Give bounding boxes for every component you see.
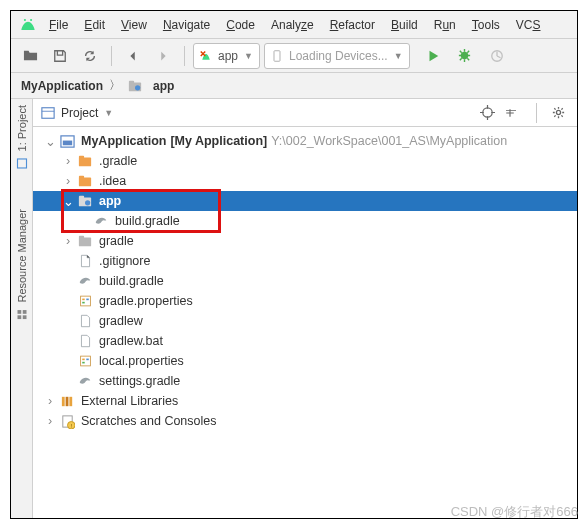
tree-row-build-gradle[interactable]: build.gradle: [33, 271, 577, 291]
sync-button[interactable]: [77, 43, 103, 69]
breadcrumb-current[interactable]: app: [153, 79, 174, 93]
menu-analyze[interactable]: Analyze: [265, 16, 320, 34]
svg-rect-25: [80, 296, 90, 306]
svg-rect-8: [17, 316, 21, 320]
tree-row-gradle-dir2[interactable]: › gradle: [33, 231, 577, 251]
properties-file-icon: [77, 293, 93, 309]
menu-view[interactable]: View: [115, 16, 153, 34]
tree-row-local-properties[interactable]: local.properties: [33, 351, 577, 371]
chevron-down-icon: ▼: [104, 108, 113, 118]
svg-rect-11: [42, 107, 54, 118]
collapse-all-icon[interactable]: —: [504, 102, 526, 124]
run-button[interactable]: [420, 43, 446, 69]
svg-rect-26: [82, 299, 84, 301]
svg-point-5: [135, 85, 140, 90]
device-label: Loading Devices...: [289, 49, 388, 63]
tree-row-gitignore[interactable]: .gitignore: [33, 251, 577, 271]
breadcrumb: MyApplication 〉 app: [11, 73, 577, 99]
run-config-dropdown[interactable]: app ▼: [193, 43, 260, 69]
svg-rect-31: [82, 362, 84, 364]
chevron-down-icon[interactable]: ⌄: [43, 134, 57, 149]
chevron-right-icon[interactable]: ›: [61, 234, 75, 248]
svg-rect-6: [17, 159, 26, 168]
tree-row-scratches[interactable]: › ! Scratches and Consoles: [33, 411, 577, 431]
chevron-right-icon[interactable]: ›: [43, 394, 57, 408]
svg-point-13: [556, 110, 560, 114]
forward-button[interactable]: [150, 43, 176, 69]
gear-icon[interactable]: [547, 102, 569, 124]
tree-row-root[interactable]: ⌄ MyApplication [My Application] Y:\002_…: [33, 131, 577, 151]
debug-button[interactable]: [452, 43, 478, 69]
menu-build[interactable]: Build: [385, 16, 424, 34]
module-folder-icon: [77, 193, 93, 209]
svg-rect-16: [79, 158, 91, 167]
menu-vcs[interactable]: VCS: [510, 16, 547, 34]
menu-refactor[interactable]: Refactor: [324, 16, 381, 34]
tree-row-external-libs[interactable]: › External Libraries: [33, 391, 577, 411]
menu-run[interactable]: Run: [428, 16, 462, 34]
svg-point-12: [482, 108, 491, 117]
profile-button[interactable]: [484, 43, 510, 69]
project-view-icon: [41, 106, 55, 120]
sidebar-project-tab[interactable]: 1: Project: [16, 105, 28, 169]
svg-rect-30: [82, 359, 84, 361]
breadcrumb-root[interactable]: MyApplication: [21, 79, 103, 93]
svg-rect-0: [274, 50, 280, 61]
project-icon: [16, 157, 28, 169]
tree-row-gradlew-bat[interactable]: gradlew.bat: [33, 331, 577, 351]
svg-rect-32: [86, 359, 88, 361]
main-toolbar: app ▼ Loading Devices... ▼: [11, 39, 577, 73]
properties-file-icon: [77, 353, 93, 369]
tree-root-name: MyApplication: [81, 134, 166, 148]
tree-row-settings-gradle[interactable]: settings.gradle: [33, 371, 577, 391]
svg-rect-29: [80, 356, 90, 366]
open-button[interactable]: [17, 43, 43, 69]
chevron-right-icon[interactable]: ›: [43, 414, 57, 428]
save-all-button[interactable]: [47, 43, 73, 69]
svg-rect-15: [62, 140, 71, 145]
tree-row-app-build-gradle[interactable]: build.gradle: [33, 211, 577, 231]
svg-rect-33: [61, 396, 64, 405]
project-panel-header: Project ▼ —: [33, 99, 577, 127]
resource-icon: [16, 309, 28, 321]
svg-rect-18: [79, 178, 91, 187]
chevron-right-icon[interactable]: ›: [61, 174, 75, 188]
folder-icon: [77, 173, 93, 189]
menu-file[interactable]: File: [43, 16, 74, 34]
toolbar-divider: [111, 46, 112, 66]
device-dropdown[interactable]: Loading Devices... ▼: [264, 43, 410, 69]
menu-code[interactable]: Code: [220, 16, 261, 34]
chevron-down-icon[interactable]: ⌄: [61, 194, 75, 209]
chevron-right-icon[interactable]: ›: [61, 154, 75, 168]
svg-rect-10: [17, 311, 21, 315]
svg-rect-7: [22, 316, 26, 320]
file-icon: [77, 333, 93, 349]
project-tree[interactable]: ⌄ MyApplication [My Application] Y:\002_…: [33, 127, 577, 518]
sidebar-resource-manager-tab[interactable]: Resource Manager: [16, 209, 28, 321]
svg-point-22: [85, 200, 90, 205]
tree-row-gradlew[interactable]: gradlew: [33, 311, 577, 331]
android-x-icon: [200, 50, 212, 62]
svg-rect-23: [79, 238, 91, 247]
svg-rect-35: [69, 396, 72, 405]
locate-icon[interactable]: [476, 102, 498, 124]
menu-edit[interactable]: Edit: [78, 16, 111, 34]
file-icon: [77, 253, 93, 269]
project-tool-window: Project ▼ — ⌄ MyApplication [My Appli: [33, 99, 577, 518]
tree-row-app[interactable]: ⌄ app: [33, 191, 577, 211]
tree-row-gradle-properties[interactable]: gradle.properties: [33, 291, 577, 311]
svg-rect-21: [79, 196, 84, 199]
menu-tools[interactable]: Tools: [466, 16, 506, 34]
folder-icon: [77, 233, 93, 249]
tree-row-gradle-dir[interactable]: › .gradle: [33, 151, 577, 171]
svg-rect-28: [86, 299, 88, 301]
toolbar-divider: [184, 46, 185, 66]
tree-row-idea-dir[interactable]: › .idea: [33, 171, 577, 191]
device-icon: [271, 50, 283, 62]
project-view-dropdown[interactable]: Project ▼: [41, 106, 113, 120]
menu-navigate[interactable]: Navigate: [157, 16, 216, 34]
gradle-file-icon: [77, 373, 93, 389]
svg-rect-19: [79, 176, 84, 179]
chevron-right-icon: 〉: [109, 77, 121, 94]
back-button[interactable]: [120, 43, 146, 69]
